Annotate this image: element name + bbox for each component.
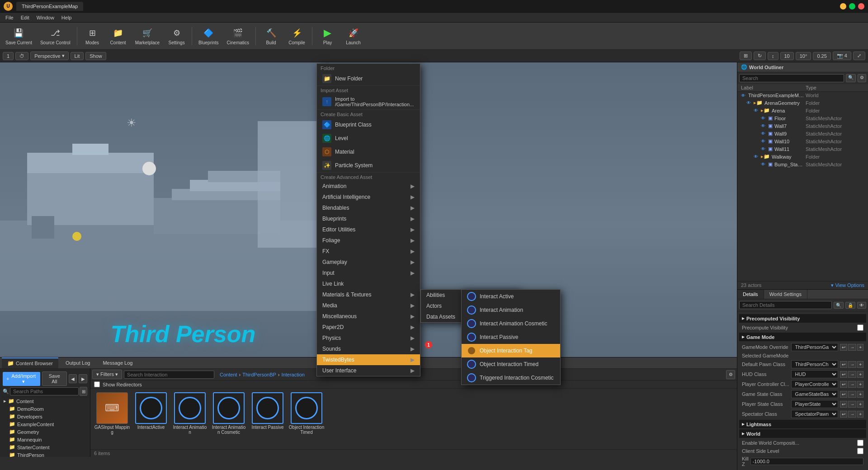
tab-message-log[interactable]: Message Log <box>97 358 138 367</box>
ctx-media[interactable]: Media ▶ <box>317 300 420 311</box>
ctx-fx[interactable]: FX ▶ <box>317 246 420 257</box>
sub-sub-object-interaction-tag[interactable]: Object Interaction Tag <box>462 344 560 357</box>
outliner-settings-btn[interactable]: ⚙ <box>858 74 866 82</box>
world-composition-checkbox[interactable] <box>857 440 863 446</box>
ctx-input[interactable]: Input ▶ <box>317 268 420 278</box>
folder-content[interactable]: ▸ 📁 Content <box>2 397 88 405</box>
ctx-user-interface[interactable]: User Interface ▶ <box>317 365 420 376</box>
nav-back-btn[interactable]: ◀ <box>69 374 77 383</box>
launch-button[interactable]: 🚀 Launch <box>341 24 366 48</box>
pc-browse-btn[interactable]: → <box>848 381 856 388</box>
window-close-button[interactable] <box>858 3 864 9</box>
ctx-blendables[interactable]: Blendables ▶ <box>317 202 420 213</box>
asset-item-object-interaction-timed[interactable]: Object Interaction Timed <box>288 392 325 435</box>
rotation-size-btn[interactable]: 10° <box>796 52 811 60</box>
ctx-blueprint-class[interactable]: 🔷 Blueprint Class <box>317 118 420 132</box>
spec-plus-btn[interactable]: + <box>857 411 863 418</box>
ctx-material[interactable]: ⬡ Material <box>317 145 420 159</box>
cinematics-button[interactable]: 🎬 Cinematics <box>223 24 253 48</box>
details-search-btn[interactable]: 🔍 <box>834 302 844 309</box>
breadcrumb-third-person-bp[interactable]: ThirdPersonBP <box>242 372 276 377</box>
play-button[interactable]: ▶ Play <box>315 24 340 48</box>
kill-z-input[interactable] <box>750 458 863 465</box>
ctx-artificial-intelligence[interactable]: Artificial Intelligence ▶ <box>317 192 420 202</box>
pc-reset-btn[interactable]: ↩ <box>840 381 847 388</box>
cb-filters-btn[interactable]: ▾ Filters ▾ <box>92 370 122 379</box>
hud-plus-btn[interactable]: + <box>857 371 863 378</box>
ctx-new-folder[interactable]: 📁 New Folder <box>317 72 420 85</box>
lit-btn[interactable]: Lit <box>71 52 84 60</box>
breadcrumb-interaction[interactable]: Interaction <box>282 372 305 377</box>
folder-starter-content[interactable]: 📁 StarterContent <box>2 443 88 451</box>
grid-size-btn[interactable]: 10 <box>780 52 794 60</box>
add-import-button[interactable]: + Add/Import ▾ <box>3 372 40 386</box>
asset-item-interact-active[interactable]: InteractActive <box>133 392 169 435</box>
ctx-live-link[interactable]: Live Link <box>317 278 420 289</box>
folder-example-content[interactable]: 📁 ExampleContent <box>2 420 88 428</box>
title-tab[interactable]: ThirdPersonExampleMap <box>16 2 83 11</box>
pawn-browse-btn[interactable]: → <box>848 361 856 368</box>
outliner-item-arena[interactable]: 👁 ▸📁 Arena Folder <box>737 107 868 114</box>
rotation-snap-btn[interactable]: ↻ <box>754 52 766 60</box>
ctx-twisted-bytes[interactable]: TwistedBytes ▶ <box>317 354 420 365</box>
camera-speed-btn[interactable]: 📷 4 <box>833 52 851 60</box>
spec-reset-btn[interactable]: ↩ <box>840 411 847 418</box>
search-paths-input[interactable] <box>10 387 79 395</box>
folder-geometry[interactable]: 📁 Geometry <box>2 428 88 436</box>
ctx-level[interactable]: 🌐 Level <box>317 132 420 145</box>
menu-file[interactable]: File <box>2 14 17 21</box>
ps-plus-btn[interactable]: + <box>857 401 863 408</box>
content-button[interactable]: 📁 Content <box>106 24 131 48</box>
ps-reset-btn[interactable]: ↩ <box>840 401 847 408</box>
build-button[interactable]: 🔨 Build <box>259 24 283 48</box>
breadcrumb-content[interactable]: Content <box>220 372 237 377</box>
pawn-plus-btn[interactable]: + <box>857 361 863 368</box>
spec-browse-btn[interactable]: → <box>848 411 856 418</box>
folder-mannequin[interactable]: 📁 Mannequin <box>2 436 88 443</box>
hud-dropdown[interactable]: HUD <box>791 370 839 378</box>
search-paths-options-btn[interactable]: ⊞ <box>80 387 87 396</box>
outliner-item-walkway[interactable]: 👁 ▸📁 Walkway Folder <box>737 153 868 160</box>
pc-plus-btn[interactable]: + <box>857 381 863 388</box>
ctx-import[interactable]: ↑ Import to /Game/ThirdPersonBP/Interact… <box>317 94 420 109</box>
source-control-button[interactable]: ⎇ Source Control <box>37 24 74 48</box>
settings-button[interactable]: ⚙ Settings <box>164 24 189 48</box>
outliner-item-bump[interactable]: 👁 ▣ Bump_StaticMesh StaticMeshActor <box>737 160 868 168</box>
view-options-btn[interactable]: ▾ View Options <box>831 282 864 288</box>
gamemode-plus-btn[interactable]: + <box>857 344 863 351</box>
zoom-btn[interactable]: 0.25 <box>813 52 830 60</box>
pawn-reset-btn[interactable]: ↩ <box>840 361 847 368</box>
outliner-item-floor[interactable]: 👁 ▣ Floor StaticMeshActor <box>737 114 868 122</box>
ctx-sounds[interactable]: Sounds ▶ <box>317 343 420 354</box>
section-game-mode[interactable]: ▸ Game Mode <box>739 333 866 341</box>
folder-demoroom[interactable]: 📁 DemoRoom <box>2 405 88 413</box>
precompute-checkbox[interactable] <box>857 324 863 331</box>
save-all-button[interactable]: Save All <box>42 371 67 386</box>
sub-sub-interact-active[interactable]: Interact Active <box>462 290 560 303</box>
realtime-btn[interactable]: ⏱ <box>15 52 28 60</box>
sub-sub-interact-passive[interactable]: Interact Passive <box>462 330 560 344</box>
window-maximize-button[interactable] <box>849 3 855 9</box>
nav-forward-btn[interactable]: ▶ <box>79 374 87 383</box>
save-current-button[interactable]: 💾 Save Current <box>2 24 36 48</box>
folder-developers[interactable]: 📁 Developers <box>2 413 88 420</box>
spectator-dropdown[interactable]: SpectatorPawn <box>791 410 839 418</box>
ctx-paper2d[interactable]: Paper2D ▶ <box>317 322 420 333</box>
tab-content-browser[interactable]: 📁 Content Browser <box>2 357 58 368</box>
cb-extra-btn[interactable]: ⚙ <box>726 370 735 379</box>
default-pawn-dropdown[interactable]: ThirdPersonCharacte... <box>791 360 839 368</box>
gamemode-override-dropdown[interactable]: ThirdPersonGameMe... <box>791 343 839 351</box>
gamemode-reset-btn[interactable]: ↩ <box>840 344 847 351</box>
outliner-search-btn[interactable]: 🔍 <box>846 74 856 82</box>
client-side-checkbox[interactable] <box>857 448 863 454</box>
show-redirectors-checkbox[interactable] <box>94 381 100 387</box>
gs-plus-btn[interactable]: + <box>857 391 863 398</box>
window-minimize-button[interactable] <box>840 3 846 9</box>
hud-browse-btn[interactable]: → <box>848 371 856 378</box>
details-lock-btn[interactable]: 🔒 <box>845 302 855 309</box>
details-search-input[interactable] <box>739 301 832 309</box>
asset-item-interact-passive[interactable]: Interact Passive <box>250 392 286 435</box>
asset-item-interact-animation-cosmetic[interactable]: Interact Animation Cosmetic <box>211 392 247 435</box>
outliner-item-arena-geometry[interactable]: 👁 ▸📁 ArenaGeometry Folder <box>737 99 868 107</box>
blueprints-button[interactable]: 🔷 Blueprints <box>195 24 222 48</box>
